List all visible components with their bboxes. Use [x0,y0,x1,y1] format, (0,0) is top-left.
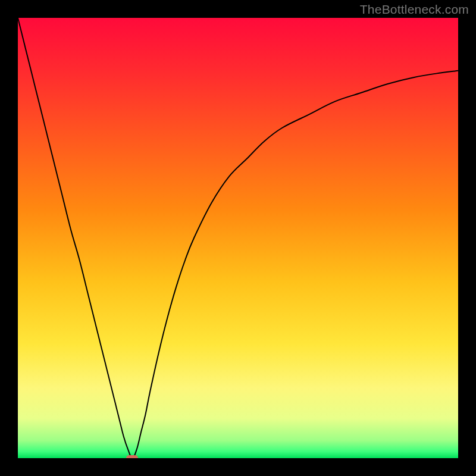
watermark-text: TheBottleneck.com [360,2,469,17]
chart-frame: TheBottleneck.com [0,0,476,476]
plot-area [18,18,458,458]
background-gradient [18,18,458,458]
minimum-marker [126,455,138,458]
